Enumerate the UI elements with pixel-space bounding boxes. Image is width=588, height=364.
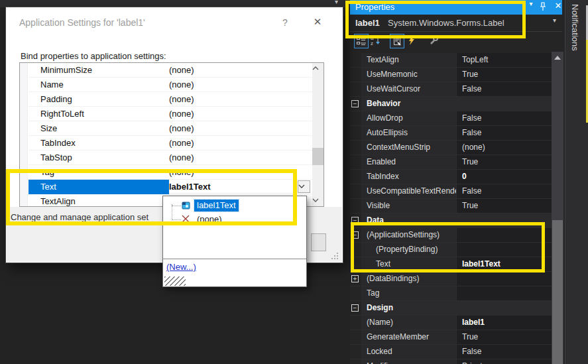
chevron-down-icon[interactable]: ▾ [553,17,556,24]
property-value[interactable]: (none) [169,92,312,107]
property-row[interactable]: UseMnemonicTrue [350,68,552,82]
property-value[interactable]: True [457,155,552,169]
dropdown-item[interactable]: label1Text [163,199,306,213]
property-value[interactable]: label1Text [457,257,552,271]
property-row[interactable]: (PropertyBinding) [350,243,552,257]
property-value[interactable]: (none) [169,151,312,165]
alphabetical-icon[interactable]: az [369,34,384,48]
property-value[interactable]: False [457,184,552,198]
property-row[interactable]: TabIndex0 [350,170,552,184]
partially-hidden-button[interactable] [311,233,326,251]
property-name[interactable]: AllowDrop [361,111,456,125]
property-name[interactable]: AutoEllipsis [361,126,456,140]
dialog-property-row[interactable]: Textlabel1Text [29,180,312,194]
properties-titlebar[interactable]: Properties ▾ ✕ [350,0,562,15]
property-row[interactable]: LockedFalse [350,345,552,359]
property-name[interactable]: TextAlign [361,53,456,67]
property-value[interactable]: (none) [169,78,312,92]
collapse-icon[interactable]: − [351,231,359,239]
dropdown-item-label[interactable]: (none) [194,213,225,225]
property-value[interactable] [457,272,552,286]
property-value[interactable]: (none) [169,63,312,78]
property-row[interactable]: +(DataBindings) [350,272,552,286]
dropdown-item[interactable]: (none) [163,213,306,227]
property-name[interactable]: Tag [29,165,169,180]
new-setting-link[interactable]: (New...) [166,262,196,272]
collapse-icon[interactable]: − [351,304,359,312]
help-button[interactable]: ? [278,17,292,28]
dropdown-resize-bar[interactable] [163,276,306,286]
property-value[interactable]: (none) [169,107,312,121]
property-name[interactable]: Locked [361,345,456,359]
property-row[interactable]: ContextMenuStrip(none) [350,141,552,155]
property-name[interactable]: GenerateMember [361,330,456,344]
property-name[interactable]: UseWaitCursor [361,82,456,96]
window-menu-icon[interactable]: ▾ [525,0,537,12]
events-icon[interactable] [405,34,420,48]
property-value[interactable]: (none) [169,136,312,151]
categorized-icon[interactable] [354,34,369,48]
property-row[interactable]: ModifiersPrivate [350,359,552,364]
property-row[interactable]: Textlabel1Text [350,257,552,272]
scrollbar-thumb[interactable] [312,148,323,165]
property-name[interactable]: Tag [361,286,456,300]
property-name[interactable]: TabIndex [361,170,456,184]
dropdown-button[interactable] [298,180,310,193]
dialog-property-row[interactable]: Tag(none) [29,165,312,180]
property-value[interactable]: label1Text [169,180,312,194]
property-value[interactable]: True [457,199,552,213]
property-row[interactable]: VisibleTrue [350,199,552,213]
property-value[interactable]: False [457,345,552,359]
property-value[interactable] [457,243,552,257]
property-name[interactable]: (Name) [361,316,456,330]
property-row[interactable]: (Name)label1 [350,316,552,330]
property-value[interactable]: True [457,330,552,344]
property-value[interactable] [457,286,552,300]
property-value[interactable]: False [457,126,552,140]
tab-notifications[interactable]: Notifications [570,4,580,51]
property-row[interactable]: −(ApplicationSettings) [350,228,552,243]
property-row[interactable]: TextAlignTopLeft [350,53,552,68]
close-icon[interactable]: ✕ [552,1,564,13]
property-name[interactable]: TabStop [29,151,169,165]
category-row[interactable]: −Behavior [350,97,552,111]
expand-icon[interactable]: + [351,275,359,282]
property-value[interactable]: True [457,68,552,82]
property-name[interactable]: Text [361,257,456,271]
dialog-property-row[interactable]: MinimumSize(none) [29,63,312,78]
property-value[interactable]: (none) [457,141,552,154]
property-name[interactable]: (ApplicationSettings) [361,228,456,242]
property-name[interactable]: (PropertyBinding) [361,243,456,257]
property-name[interactable]: Size [29,121,169,136]
dialog-property-row[interactable]: Size(none) [29,121,312,136]
property-row[interactable]: AutoEllipsisFalse [350,126,552,141]
property-row[interactable]: UseCompatibleTextRenderingFalse [350,184,552,199]
property-value[interactable]: (none) [169,165,312,180]
property-name[interactable]: TabIndex [29,136,169,151]
property-name[interactable]: UseMnemonic [361,68,456,82]
dialog-property-row[interactable]: Padding(none) [29,92,312,107]
property-value[interactable]: False [457,111,552,125]
properties-scrollbar[interactable] [552,52,563,364]
property-value[interactable] [457,228,552,242]
dialog-property-row[interactable]: Name(none) [29,78,312,92]
property-value[interactable]: TopLeft [457,53,552,67]
property-name[interactable]: RightToLeft [29,107,169,121]
category-row[interactable]: −Design [350,301,552,316]
collapse-icon[interactable]: − [351,217,359,224]
property-row[interactable]: UseWaitCursorFalse [350,82,552,97]
dialog-property-row[interactable]: TabIndex(none) [29,136,312,151]
scroll-down-icon[interactable] [312,195,323,206]
property-name[interactable]: Padding [29,92,169,107]
close-icon[interactable]: ✕ [310,16,325,28]
property-row[interactable]: EnabledTrue [350,155,552,170]
property-value[interactable]: label1 [457,316,552,330]
dialog-property-row[interactable]: RightToLeft(none) [29,107,312,121]
property-row[interactable]: Tag [350,286,552,301]
dropdown-item-label[interactable]: label1Text [194,200,239,212]
property-name[interactable]: Visible [361,199,456,213]
property-name[interactable]: ContextMenuStrip [361,141,456,154]
resize-grip-icon[interactable] [337,258,338,259]
property-row[interactable]: GenerateMemberTrue [350,330,552,345]
property-name[interactable]: Modifiers [361,359,456,364]
